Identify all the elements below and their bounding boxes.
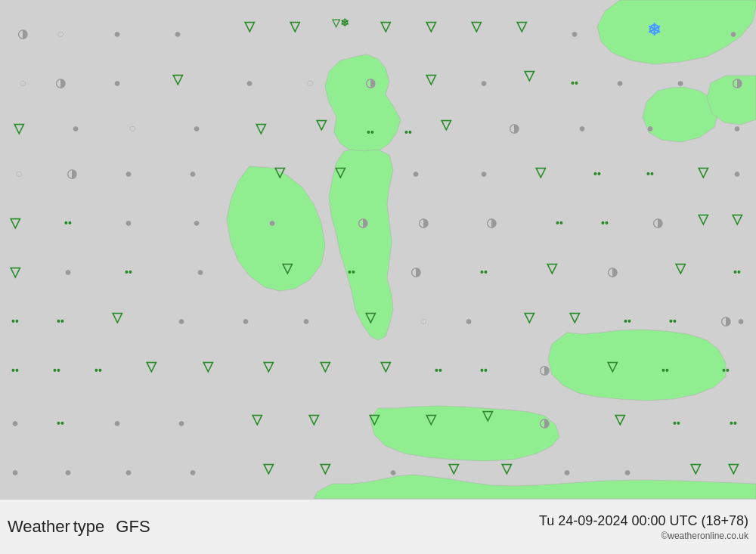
wx-symbol-96: •• — [94, 365, 102, 376]
wx-symbol-108: ● — [11, 417, 19, 429]
wx-symbol-132: ▽ — [690, 462, 701, 475]
wx-symbol-66: ▽ — [732, 212, 742, 226]
wx-symbol-24: •• — [571, 78, 578, 88]
wx-symbol-118: ▽ — [615, 413, 625, 426]
wx-symbol-133: ▽ — [728, 462, 739, 475]
wx-symbol-14: ○ — [19, 77, 26, 89]
wx-symbol-68: ● — [64, 266, 72, 278]
wx-symbol-53: ● — [733, 168, 741, 180]
wx-symbol-9: ▽ — [471, 20, 482, 33]
wx-symbol-19: ○ — [306, 77, 314, 89]
wx-symbol-105: ▽ — [607, 360, 618, 373]
wx-symbol-17: ▽ — [172, 73, 183, 86]
wx-symbol-86: ○ — [420, 315, 427, 327]
wx-symbol-11: ● — [571, 28, 578, 40]
wx-symbol-99: ▽ — [263, 360, 274, 373]
wx-symbol-49: ▽ — [535, 166, 546, 179]
credit-label: ©weatheronline.co.uk — [661, 531, 748, 541]
wx-symbol-90: •• — [624, 316, 631, 327]
wx-symbol-10: ▽ — [516, 20, 527, 33]
wx-symbol-113: ▽ — [308, 413, 319, 426]
wx-symbol-128: ▽ — [448, 462, 459, 475]
wx-symbol-89: ▽ — [569, 311, 580, 324]
wx-symbol-40: ● — [733, 122, 741, 135]
wx-symbol-63: •• — [601, 218, 609, 228]
wx-symbol-8: ▽ — [426, 20, 436, 33]
wx-symbol-92: ◑ — [720, 315, 731, 327]
wx-symbol-106: •• — [662, 365, 669, 376]
wx-symbol-117: ◑ — [539, 417, 550, 429]
wx-symbol-56: ● — [125, 217, 132, 229]
wx-symbol-57: ● — [193, 217, 200, 229]
wx-symbol-80: •• — [57, 316, 64, 327]
wx-symbol-39: ● — [646, 122, 654, 135]
wx-symbol-123: ● — [125, 466, 132, 478]
wx-symbol-21: ▽ — [426, 73, 436, 86]
wx-symbol-20: ◑ — [365, 77, 376, 89]
wx-symbol-101: ▽ — [380, 360, 391, 373]
wx-symbol-88: ▽ — [524, 311, 534, 324]
bottom-left: Weather type GFS — [8, 517, 150, 537]
wx-symbol-111: ● — [178, 417, 185, 429]
wx-symbol-15: ◑ — [55, 77, 66, 89]
wx-symbol-46: ▽ — [335, 166, 345, 179]
wx-symbol-23: ▽ — [524, 69, 534, 82]
wx-symbol-75: ▽ — [547, 262, 557, 275]
wx-symbol-116: ▽ — [482, 409, 493, 422]
wx-symbol-48: ● — [480, 168, 488, 180]
wx-symbol-29: ● — [72, 122, 79, 135]
wx-symbol-2: ● — [113, 28, 121, 40]
wx-symbol-13: ● — [730, 28, 737, 40]
map-background: ◑○●●▽▽▽❄▽▽▽▽●❄●○◑●▽●○◑▽●▽••●●◑▽●○●▽▽••••… — [0, 0, 756, 499]
wx-symbol-31: ● — [193, 122, 200, 135]
wx-symbol-74: •• — [480, 267, 488, 277]
wx-symbol-103: •• — [480, 365, 488, 376]
wx-symbol-102: •• — [435, 365, 442, 376]
wx-symbol-130: ● — [563, 466, 571, 478]
wx-symbol-107: •• — [722, 365, 730, 376]
wx-symbol-28: ▽ — [14, 122, 24, 135]
wx-symbol-98: ▽ — [203, 360, 213, 373]
map-container: ◑○●●▽▽▽❄▽▽▽▽●❄●○◑●▽●○◑▽●▽••●●◑▽●○●▽▽••••… — [0, 0, 756, 554]
wx-symbol-22: ● — [480, 77, 488, 89]
wx-symbol-6: ▽❄ — [332, 17, 349, 28]
bottom-right: Tu 24-09-2024 00:00 UTC (18+78) ©weather… — [539, 513, 748, 541]
wx-symbol-85: ▽ — [365, 311, 376, 324]
wx-symbol-71: ▽ — [282, 262, 293, 275]
wx-symbol-69: •• — [125, 267, 132, 277]
wx-symbol-97: ▽ — [146, 360, 156, 373]
wx-symbol-76: ◑ — [607, 266, 618, 278]
wx-symbol-125: ▽ — [263, 462, 274, 475]
wx-symbol-122: ● — [64, 466, 72, 478]
wx-symbol-44: ● — [189, 168, 197, 180]
wx-symbol-37: ◑ — [509, 122, 519, 135]
wx-symbol-50: •• — [593, 169, 601, 179]
wx-symbol-121: ● — [11, 466, 19, 478]
wx-symbol-100: ▽ — [320, 360, 330, 373]
wx-symbol-60: ◑ — [418, 217, 429, 229]
wx-symbol-114: ▽ — [369, 413, 380, 426]
wx-symbol-34: •• — [367, 127, 374, 138]
wx-symbol-5: ▽ — [290, 20, 300, 33]
wx-symbol-78: •• — [733, 267, 741, 277]
wx-symbol-47: ● — [412, 168, 420, 180]
wx-symbol-41: ○ — [15, 168, 23, 180]
wx-symbol-81: ▽ — [112, 311, 122, 324]
wx-symbol-129: ▽ — [501, 462, 512, 475]
wx-symbol-91: •• — [669, 316, 677, 327]
wx-symbol-127: ● — [389, 466, 397, 478]
wx-symbol-25: ● — [616, 77, 624, 89]
wx-symbol-27: ◑ — [732, 77, 742, 89]
wx-symbol-84: ● — [302, 315, 310, 327]
bottom-bar: Weather type GFS Tu 24-09-2024 00:00 UTC… — [0, 499, 756, 554]
wx-symbol-65: ▽ — [698, 212, 708, 226]
wx-symbol-33: ▽ — [316, 118, 327, 132]
wx-symbol-73: ◑ — [411, 266, 421, 278]
wx-symbol-32: ▽ — [256, 122, 266, 135]
wx-symbol-7: ▽ — [380, 20, 391, 33]
wx-symbol-1: ○ — [57, 28, 64, 40]
wx-symbol-104: ◑ — [539, 364, 550, 376]
wx-symbol-77: ▽ — [675, 262, 686, 275]
wx-symbol-59: ◑ — [358, 217, 368, 229]
wx-symbol-83: ● — [242, 315, 249, 327]
